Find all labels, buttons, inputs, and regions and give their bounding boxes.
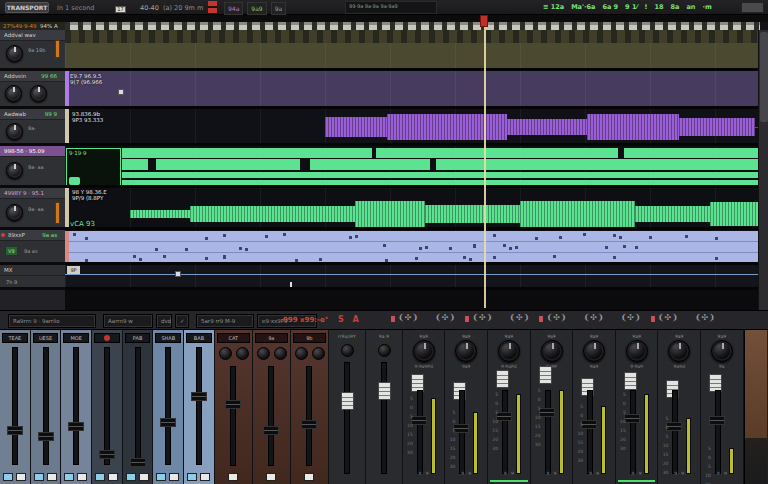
track-3-volume-knob[interactable]: [6, 123, 23, 140]
vertical-scrollbar[interactable]: [758, 30, 768, 310]
tcp-track-3[interactable]: Aadwab99 9 9a·: [0, 109, 65, 146]
strip-fader-cap[interactable]: [7, 426, 23, 435]
strip-fader-track[interactable]: [306, 366, 312, 466]
strip-button-white[interactable]: [228, 473, 238, 481]
track-1-volume-knob[interactable]: [6, 45, 23, 62]
track-4-item-box[interactable]: 9·19·9: [66, 148, 121, 186]
tcp-track-2[interactable]: Addvein99 66: [0, 71, 65, 109]
strip-fader-track[interactable]: [587, 390, 593, 474]
toolbar-toggle[interactable]: an: [686, 3, 695, 11]
strip-pan-knob[interactable]: [668, 340, 690, 362]
track-5-volume-knob[interactable]: [6, 204, 23, 221]
mixer-strip-left-6[interactable]: SHAB: [153, 330, 184, 484]
strip-pan-icon[interactable]: ❨✣❩: [509, 313, 529, 322]
mixer-strip-red-1[interactable]: CAT: [215, 330, 253, 484]
tcp-track-6[interactable]: 89xxP9a as V9 9a as: [0, 230, 65, 265]
strip-pan-knob[interactable]: [541, 340, 563, 362]
strip-knob[interactable]: [312, 347, 325, 360]
mixer-strip-bus-1[interactable]: rr9un9Y: [329, 330, 366, 484]
strip-button-white[interactable]: [108, 473, 118, 481]
timeline-marker[interactable]: 17: [115, 6, 126, 13]
strip-fx-slider[interactable]: [496, 370, 509, 388]
toolbar-toggle[interactable]: ·m: [702, 3, 711, 11]
strip-fader-cap[interactable]: [263, 426, 279, 435]
playhead-flag[interactable]: [480, 15, 488, 27]
mixer-dropdown[interactable]: dvd: [156, 314, 172, 328]
strip-button-white[interactable]: [47, 473, 57, 481]
mixer-strip-red-2[interactable]: 9a: [253, 330, 291, 484]
strip-fader-track[interactable]: [715, 390, 721, 474]
strip-fader-cap[interactable]: [99, 450, 115, 459]
strip-button-white[interactable]: [169, 473, 179, 481]
scrollbar-thumb[interactable]: [760, 32, 768, 122]
strip-button-cyan[interactable]: [156, 473, 166, 481]
strip-pan-icon[interactable]: ❨✣❩: [472, 313, 492, 322]
mixer-strip-2[interactable]: 9a99a9505101520309 · 9: [445, 330, 488, 484]
track-4-volume-knob[interactable]: [6, 162, 23, 179]
mixer-strip-red-3[interactable]: 9b: [291, 330, 329, 484]
mixer-strip-left-5[interactable]: PAB: [123, 330, 154, 484]
strip-fader-cap[interactable]: [581, 420, 597, 429]
strip-fader-cap[interactable]: [496, 412, 512, 421]
strip-fader-cap[interactable]: [38, 432, 54, 441]
arrange-area[interactable]: E9.7 96.9.5 9(7 (96.966 93.836.9b 9P3 93…: [65, 30, 758, 310]
track-2-name[interactable]: Addvein99 66: [0, 71, 65, 82]
toolbar-chip[interactable]: 94a: [224, 2, 243, 15]
mixer-dropdown[interactable]: Ra9rrn 9 · 9arrlio: [8, 314, 96, 328]
strip-fader-cap[interactable]: [68, 422, 84, 431]
lane-track-5[interactable]: 98 Y 98.36.E 9P/9 (8.8PY vCA 93: [65, 188, 758, 230]
strip-button-cyan[interactable]: [3, 473, 13, 481]
mixer-strip-6[interactable]: 9a99·9a9505101520309 · 9: [616, 330, 659, 484]
strip-fader-track[interactable]: [12, 347, 18, 465]
strip-button-cyan[interactable]: [126, 473, 136, 481]
strip-pan-knob[interactable]: [498, 340, 520, 362]
track-5-name[interactable]: 4998Y 9 · 95.1: [0, 188, 65, 199]
mixer-dropdown[interactable]: Aarrn9 w: [103, 314, 153, 328]
mixer-dropdown[interactable]: ✓: [175, 314, 189, 328]
strip-fader-cap[interactable]: [666, 422, 682, 431]
track-2-volume-knob[interactable]: [5, 85, 22, 102]
toolbar-chip[interactable]: 9a9: [247, 2, 266, 15]
strip-fx-slider[interactable]: [624, 372, 637, 390]
toolbar-toggle[interactable]: 18: [654, 3, 663, 11]
strip-fader-track[interactable]: [135, 347, 141, 465]
transport-button[interactable]: TRANSPORT: [5, 2, 49, 13]
toolbar-toggle[interactable]: ≡ 12a: [543, 3, 564, 11]
mixer-strip-1[interactable]: 9a99·9a9Pd505101520309 · 9: [403, 330, 446, 484]
lane-track-1[interactable]: [65, 30, 758, 71]
strip-fader-track[interactable]: [230, 366, 236, 466]
strip-button-cyan[interactable]: [95, 473, 105, 481]
strip-fader-cap[interactable]: [341, 392, 354, 410]
strip-fader-track[interactable]: [104, 347, 110, 465]
strip-button-white[interactable]: [139, 473, 149, 481]
strip-fader-cap[interactable]: [225, 400, 241, 409]
track-2-pan-knob[interactable]: [30, 85, 47, 102]
strip-pan-icon[interactable]: ❨✣❩: [621, 313, 641, 322]
track-6-midi-item[interactable]: [65, 231, 758, 264]
mixer-strip-left-7[interactable]: BAB: [184, 330, 215, 484]
toolbar-chip[interactable]: 9a: [271, 2, 287, 15]
track-3-name[interactable]: Aadwab99 9: [0, 109, 65, 120]
toolbar-toggle[interactable]: Ma'·6a: [571, 3, 595, 11]
track-2-envelope-node[interactable]: [118, 89, 124, 95]
strip-knob[interactable]: [341, 344, 354, 357]
strip-pan-icon[interactable]: ❨✣❩: [435, 313, 455, 322]
strip-button-cyan[interactable]: [187, 473, 197, 481]
mixer-strip-left-2[interactable]: UESE: [31, 330, 62, 484]
strip-fader-cap[interactable]: [378, 382, 391, 400]
strip-fader-cap[interactable]: [539, 408, 555, 417]
mixer-strip-left-1[interactable]: TEAE: [0, 330, 31, 484]
strip-fader-track[interactable]: [344, 362, 350, 474]
lane-track-7[interactable]: 9P: [65, 265, 758, 290]
track-6-name[interactable]: 89xxP9a as: [0, 230, 65, 241]
strip-pan-knob[interactable]: [413, 340, 435, 362]
strip-button-white[interactable]: [77, 473, 87, 481]
mixer-strip-bus-2[interactable]: 9a 9: [366, 330, 403, 484]
strip-pan-knob[interactable]: [626, 340, 648, 362]
strip-fader-cap[interactable]: [301, 420, 317, 429]
strip-button-cyan[interactable]: [34, 473, 44, 481]
strip-fader-cap[interactable]: [709, 416, 725, 425]
lane-track-4[interactable]: 9·19·9: [65, 146, 758, 188]
strip-fader-cap[interactable]: [453, 424, 469, 433]
toolbar-toggle[interactable]: 9 1⁄: [625, 3, 637, 11]
